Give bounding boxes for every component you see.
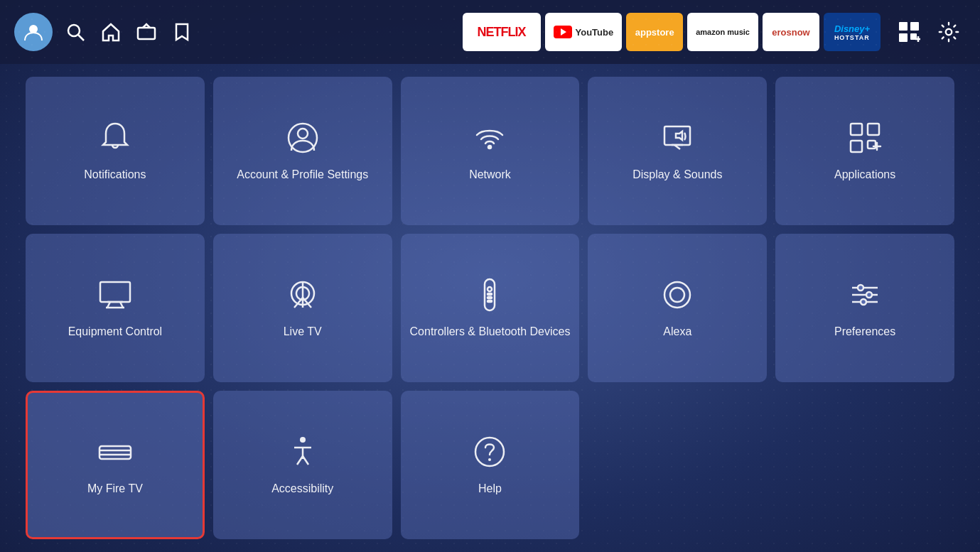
my-fire-tv-tile[interactable]: My Fire TV [26, 391, 205, 539]
svg-point-36 [664, 282, 690, 308]
erosnow-button[interactable]: erosnow [763, 13, 819, 51]
svg-rect-4 [899, 22, 908, 31]
svg-rect-18 [868, 124, 879, 135]
notifications-label: Notifications [84, 168, 146, 183]
preferences-label: Preferences [834, 325, 895, 340]
search-nav-icon[interactable] [65, 22, 85, 42]
accessibility-tile[interactable]: Accessibility [213, 391, 392, 539]
equipment-control-tile[interactable]: Equipment Control [26, 234, 205, 382]
notifications-tile[interactable]: Notifications [26, 77, 205, 225]
svg-point-47 [300, 437, 306, 443]
settings-gear-icon[interactable] [932, 15, 966, 49]
svg-point-1 [68, 25, 80, 36]
svg-point-13 [488, 146, 491, 148]
home-nav-icon[interactable] [101, 22, 121, 42]
svg-rect-34 [488, 297, 492, 298]
fire-tv-icon [97, 433, 134, 473]
wifi-icon [471, 119, 508, 159]
equipment-control-label: Equipment Control [68, 325, 163, 340]
settings-grid: Notifications Account & Profile Settings… [0, 64, 980, 552]
alexa-icon [659, 276, 696, 316]
user-avatar[interactable] [14, 13, 53, 51]
accessibility-icon [284, 433, 321, 473]
alexa-tile[interactable]: Alexa [588, 234, 767, 382]
svg-rect-3 [138, 28, 155, 39]
antenna-icon [284, 276, 321, 316]
svg-rect-6 [899, 33, 908, 42]
nav-icons [65, 22, 192, 42]
help-tile[interactable]: Help [401, 391, 580, 539]
app-shortcuts: NETFLIX YouTube appstore amazon music er… [463, 13, 881, 51]
svg-line-51 [303, 456, 308, 465]
applications-tile[interactable]: Applications [775, 77, 954, 225]
account-profile-label: Account & Profile Settings [237, 168, 368, 183]
controllers-bluetooth-label: Controllers & Bluetooth Devices [410, 325, 571, 340]
apps-grid-icon [846, 119, 883, 159]
watchlist-nav-icon[interactable] [172, 22, 192, 42]
svg-rect-17 [851, 124, 862, 135]
svg-rect-20 [868, 141, 876, 148]
monitor-icon [97, 276, 134, 316]
svg-point-53 [488, 458, 491, 461]
disney-button[interactable]: Disney+ HOTSTAR [824, 13, 881, 51]
network-tile[interactable]: Network [401, 77, 580, 225]
svg-rect-23 [100, 282, 130, 302]
app-grid-icon[interactable] [892, 15, 926, 49]
svg-point-12 [298, 129, 308, 139]
svg-point-43 [861, 299, 866, 305]
display-sounds-label: Display & Sounds [632, 168, 722, 183]
amazon-music-button[interactable]: amazon music [687, 13, 758, 51]
svg-line-50 [297, 456, 303, 465]
person-circle-icon [284, 119, 321, 159]
accessibility-label: Accessibility [271, 482, 333, 497]
applications-label: Applications [834, 168, 895, 183]
display-sounds-tile[interactable]: Display & Sounds [588, 77, 767, 225]
sliders-icon [846, 276, 883, 316]
svg-rect-35 [488, 301, 492, 302]
svg-point-37 [670, 288, 684, 302]
svg-point-52 [475, 438, 504, 466]
top-navigation-bar: NETFLIX YouTube appstore amazon music er… [0, 0, 980, 64]
svg-point-41 [858, 285, 863, 291]
help-label: Help [478, 482, 502, 497]
live-tv-label: Live TV [284, 325, 322, 340]
youtube-button[interactable]: YouTube [545, 13, 623, 51]
svg-point-10 [946, 29, 952, 35]
svg-point-32 [488, 287, 492, 291]
svg-rect-5 [910, 22, 919, 31]
alexa-label: Alexa [663, 325, 691, 340]
display-sound-icon [659, 119, 696, 159]
network-label: Network [469, 168, 511, 183]
my-fire-tv-label: My Fire TV [87, 482, 143, 497]
appstore-button[interactable]: appstore [626, 13, 683, 51]
svg-rect-44 [99, 446, 131, 459]
svg-point-42 [866, 292, 872, 298]
netflix-button[interactable]: NETFLIX [463, 13, 541, 51]
svg-line-2 [78, 35, 84, 40]
live-tv-tile[interactable]: Live TV [213, 234, 392, 382]
remote-icon [471, 276, 508, 316]
svg-rect-33 [488, 293, 492, 295]
help-circle-icon [471, 433, 508, 473]
account-profile-tile[interactable]: Account & Profile Settings [213, 77, 392, 225]
svg-rect-19 [851, 141, 862, 152]
top-bar-right-icons [892, 15, 966, 49]
bell-icon [97, 119, 134, 159]
live-tv-nav-icon[interactable] [136, 22, 156, 42]
preferences-tile[interactable]: Preferences [775, 234, 954, 382]
controllers-bluetooth-tile[interactable]: Controllers & Bluetooth Devices [401, 234, 580, 382]
